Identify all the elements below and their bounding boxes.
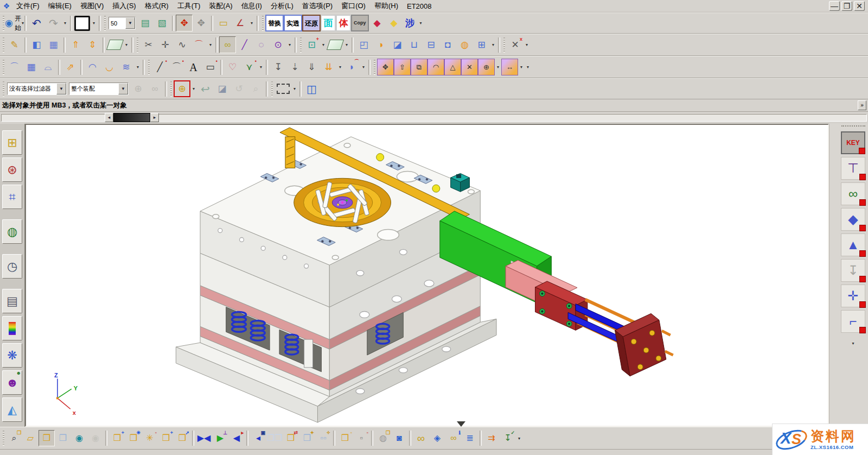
- arc2-icon[interactable]: ⌒•: [168, 59, 185, 75]
- roles-button[interactable]: ☻☻: [2, 370, 22, 395]
- type-filter-select[interactable]: 没有选择过滤器▼: [7, 83, 67, 95]
- bottombar-more-dropdown[interactable]: ▾: [516, 431, 522, 446]
- bracket-part-item[interactable]: ◆: [841, 208, 865, 231]
- sweep-surface-icon[interactable]: ≋: [118, 59, 135, 75]
- find-component-icon[interactable]: ⌕❒: [6, 430, 22, 446]
- trim-curve-icon[interactable]: ✂: [140, 36, 157, 53]
- rotary-core-disc[interactable]: [294, 178, 391, 226]
- undo-icon[interactable]: ↶: [28, 15, 45, 31]
- snap-disabled-icon[interactable]: ⊕: [130, 80, 146, 97]
- record-camera-icon[interactable]: ◉: [71, 430, 87, 446]
- visual-effects-button[interactable]: ❋: [2, 343, 22, 368]
- pointset-dropdown[interactable]: ▾: [258, 60, 264, 75]
- row2-grip[interactable]: [300, 37, 302, 53]
- wcs-dynamics-icon[interactable]: ✥: [176, 15, 193, 31]
- row2-grip[interactable]: [137, 37, 138, 53]
- plate-part-item[interactable]: ▲: [841, 233, 865, 256]
- resize-dropdown[interactable]: ▾: [518, 60, 525, 75]
- popup-toolbar-handle[interactable]: [457, 421, 465, 431]
- project-curve-icon[interactable]: ↧: [270, 59, 286, 75]
- redo-history-dropdown[interactable]: ▾: [62, 16, 68, 31]
- explode-assembly-icon[interactable]: ❒▫: [337, 430, 353, 446]
- constraint-navigator-button[interactable]: ⊛: [2, 157, 22, 182]
- menu-file[interactable]: 文件(F): [12, 1, 44, 11]
- row3-more-dropdown[interactable]: ▾: [525, 60, 531, 75]
- link-part-item[interactable]: ∞: [841, 182, 865, 205]
- surface-dropdown[interactable]: ▾: [135, 60, 141, 75]
- bend-sheet-icon[interactable]: ◑: [372, 36, 389, 53]
- palette-scroll-button[interactable]: ▾: [850, 336, 857, 351]
- boss-icon[interactable]: ◍: [456, 36, 473, 53]
- edit-suppression-icon[interactable]: ❒✦: [299, 430, 315, 446]
- datum-plane-icon[interactable]: [106, 36, 123, 53]
- assembly-constraints-icon[interactable]: ▶◀: [196, 430, 212, 446]
- menu-preferences[interactable]: 首选项(P): [298, 1, 337, 11]
- minimize-button[interactable]: —: [829, 1, 840, 11]
- scroll-groove[interactable]: ◂ ▸: [1, 114, 867, 122]
- curve-edit-dropdown[interactable]: ▾: [207, 37, 214, 53]
- bridge-curve-icon[interactable]: ⌒: [190, 36, 207, 53]
- menu-analysis[interactable]: 分析(L): [266, 1, 298, 11]
- red-cube-icon[interactable]: ◆: [369, 15, 386, 31]
- scroll-left-button[interactable]: ◂: [105, 113, 113, 122]
- menu-edit[interactable]: 编辑(E): [44, 1, 76, 11]
- feature-dropdown[interactable]: ▾: [490, 37, 496, 53]
- web-browser-button[interactable]: ◍: [2, 219, 22, 244]
- work-layer-select-arrow[interactable]: ▼: [125, 17, 135, 29]
- graphics-viewport[interactable]: Z Y x: [25, 124, 829, 427]
- move-component-icon[interactable]: ❒➚: [174, 430, 190, 446]
- rollback-icon[interactable]: ↩: [197, 80, 214, 97]
- she-button[interactable]: 涉: [403, 15, 418, 31]
- layer-settings-icon[interactable]: ▤: [137, 15, 154, 31]
- replace-component-icon[interactable]: ❒⇄: [283, 430, 299, 446]
- solid-translucent-button[interactable]: 实透: [284, 15, 302, 31]
- pull-face-icon[interactable]: ⇧: [394, 59, 411, 75]
- product-interface-icon[interactable]: ◈: [429, 430, 445, 446]
- relations-tree-icon[interactable]: ≣: [462, 430, 478, 446]
- divide-curve-icon[interactable]: ✛: [157, 36, 174, 53]
- show-component-icon[interactable]: ❒: [39, 430, 55, 446]
- chain-disabled-icon[interactable]: ∞: [146, 80, 163, 97]
- section-dropdown[interactable]: ▾: [360, 60, 367, 75]
- hole-icon[interactable]: ◘: [439, 36, 456, 53]
- chamfer-icon[interactable]: ◪: [389, 36, 406, 53]
- section-curve-icon[interactable]: ◗⌒: [343, 59, 360, 75]
- join-curve-icon[interactable]: ∞: [219, 36, 236, 53]
- visualization-button[interactable]: [2, 316, 22, 340]
- restore-button[interactable]: ❐: [841, 1, 852, 11]
- snap-dropdown[interactable]: ▾: [190, 81, 197, 97]
- face-display-button[interactable]: 面: [321, 15, 336, 31]
- bottombar-grip[interactable]: [3, 431, 4, 446]
- bounded-plane-icon[interactable]: ⌓: [40, 59, 56, 75]
- block-icon[interactable]: ◰: [355, 36, 372, 53]
- sketch-icon[interactable]: ✎: [6, 36, 23, 53]
- shapes-dropdown[interactable]: ▾: [320, 37, 327, 53]
- color-dropdown[interactable]: ▾: [91, 16, 97, 31]
- clip-section-icon[interactable]: ◫: [303, 80, 320, 97]
- part-navigator-button[interactable]: ⌗: [2, 185, 22, 209]
- menu-tools[interactable]: 工具(T): [173, 1, 205, 11]
- move-face-icon[interactable]: ✥: [377, 59, 394, 75]
- replace-button[interactable]: 替换: [265, 15, 284, 31]
- wrap-curve-icon[interactable]: ⇓: [303, 59, 320, 75]
- circle-radius-icon[interactable]: ⊙: [270, 36, 286, 53]
- assembly-navigator-button[interactable]: ⊞: [2, 130, 22, 155]
- yellow-cube-icon[interactable]: ◆: [386, 15, 403, 31]
- interpart-link-icon[interactable]: ∞: [413, 430, 429, 446]
- suppress-component-icon[interactable]: ❒❒: [266, 430, 283, 446]
- wcs-orient-icon[interactable]: ✥: [193, 15, 209, 31]
- sync-model-dropdown[interactable]: ▾: [495, 60, 501, 75]
- row1-grip[interactable]: [104, 16, 106, 31]
- mold-assembly-model[interactable]: Z Y x: [26, 125, 828, 426]
- link-report-icon[interactable]: ∞ℹ: [445, 430, 462, 446]
- measure-angle-icon[interactable]: ∠: [232, 15, 248, 31]
- rectangle-icon[interactable]: ▭•: [202, 59, 219, 75]
- row3-grip[interactable]: [3, 60, 4, 75]
- dimension-dropdown[interactable]: ▾: [524, 37, 530, 53]
- hide-component-icon[interactable]: ❒: [55, 430, 71, 446]
- profile-icon[interactable]: ♡: [224, 59, 241, 75]
- trim-body-icon[interactable]: ⊟: [423, 36, 439, 53]
- ruled-surface-icon[interactable]: ⌒: [6, 59, 23, 75]
- body-display-button[interactable]: 体: [336, 15, 351, 31]
- restore-button-tool[interactable]: 还原: [302, 15, 321, 31]
